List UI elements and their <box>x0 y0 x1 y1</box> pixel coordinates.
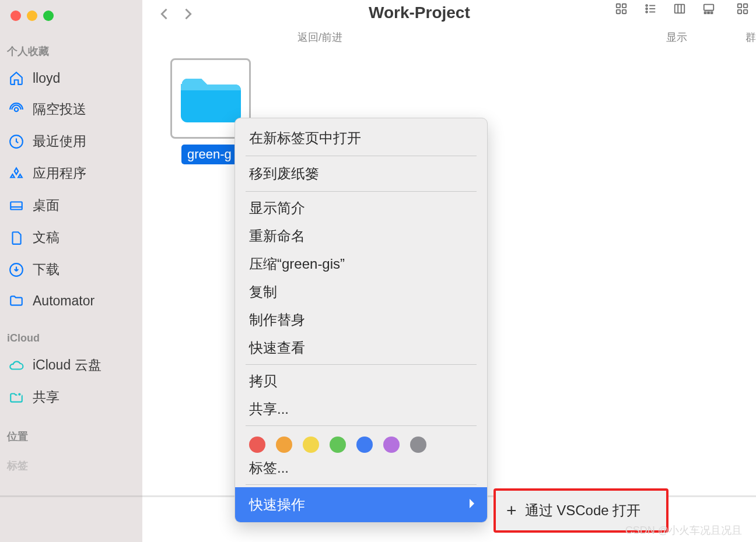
group-by-button[interactable] <box>734 2 756 17</box>
menu-quick-actions-label: 快速操作 <box>249 495 305 514</box>
sidebar-item-label: 文稿 <box>33 228 60 247</box>
window-title: Work-Project <box>369 3 470 22</box>
sidebar-item-label: iCloud 云盘 <box>33 356 102 374</box>
menu-open-new-tab[interactable]: 在新标签页中打开 <box>235 123 487 153</box>
tag-dot-orange[interactable] <box>276 437 292 453</box>
clock-icon <box>8 133 24 150</box>
sidebar-favorites-title: 个人收藏 <box>0 21 142 63</box>
menu-copy[interactable]: 拷贝 <box>235 367 487 395</box>
icon-view-button[interactable] <box>612 2 630 17</box>
submenu-open-vscode-label: 通过 VSCode 打开 <box>525 501 641 520</box>
tag-dot-gray[interactable] <box>410 437 426 453</box>
svg-point-13 <box>646 11 648 13</box>
chevron-right-icon <box>467 497 477 513</box>
plus-icon: + <box>506 501 517 520</box>
sidebar-item-airdrop[interactable]: 隔空投送 <box>0 93 142 125</box>
sidebar: 个人收藏 lloyd 隔空投送 最近使用 应用程序 桌面 文稿 <box>0 0 142 542</box>
sidebar-item-automator[interactable]: Automator <box>0 286 142 316</box>
menu-separator <box>246 191 477 192</box>
folder-icon <box>8 293 24 309</box>
menu-separator <box>246 484 477 485</box>
minimize-window-button[interactable] <box>27 10 37 21</box>
menu-move-to-trash[interactable]: 移到废纸篓 <box>235 159 487 189</box>
svg-rect-25 <box>744 10 747 13</box>
tag-dot-green[interactable] <box>330 437 346 453</box>
svg-rect-20 <box>708 12 709 14</box>
svg-rect-18 <box>704 5 714 10</box>
sidebar-icloud-title: iCloud <box>0 316 142 349</box>
group-label: 群 <box>746 30 756 44</box>
menu-quick-look[interactable]: 快速查看 <box>235 334 487 362</box>
svg-rect-23 <box>744 4 747 8</box>
sidebar-item-desktop[interactable]: 桌面 <box>0 189 142 221</box>
svg-point-0 <box>15 107 19 111</box>
menu-get-info[interactable]: 显示简介 <box>235 194 487 222</box>
sidebar-item-downloads[interactable]: 下载 <box>0 254 142 286</box>
tag-dot-blue[interactable] <box>356 437 373 453</box>
svg-rect-6 <box>622 4 626 8</box>
svg-rect-22 <box>738 4 741 8</box>
svg-rect-19 <box>705 12 706 14</box>
menu-separator <box>246 156 477 156</box>
home-icon <box>8 70 24 86</box>
airdrop-icon <box>8 101 24 118</box>
sidebar-item-label: 桌面 <box>33 196 60 214</box>
sidebar-item-icloud-drive[interactable]: iCloud 云盘 <box>0 349 142 381</box>
folder-label: green-g <box>181 145 240 164</box>
menu-duplicate[interactable]: 复制 <box>235 278 487 306</box>
desktop-icon <box>8 198 24 214</box>
downloads-icon <box>8 262 24 278</box>
sidebar-item-documents[interactable]: 文稿 <box>0 221 142 254</box>
tag-color-row <box>235 428 487 454</box>
context-menu: 在新标签页中打开 移到废纸篓 显示简介 重新命名 压缩“green-gis” 复… <box>235 118 488 523</box>
view-label: 显示 <box>666 30 687 44</box>
menu-rename[interactable]: 重新命名 <box>235 222 487 250</box>
close-window-button[interactable] <box>10 10 21 21</box>
sidebar-locations-title: 位置 <box>0 413 142 448</box>
fullscreen-window-button[interactable] <box>43 10 54 21</box>
svg-point-9 <box>646 5 648 6</box>
svg-rect-5 <box>617 4 620 8</box>
menu-tags[interactable]: 标签... <box>235 454 487 482</box>
sidebar-item-label: 下载 <box>33 261 60 279</box>
back-button[interactable] <box>156 6 173 24</box>
window-controls <box>0 5 142 21</box>
sidebar-item-label: 隔空投送 <box>33 100 86 118</box>
column-view-button[interactable] <box>671 2 688 17</box>
sidebar-item-label: 应用程序 <box>33 164 86 182</box>
menu-separator <box>246 425 477 426</box>
menu-compress[interactable]: 压缩“green-gis” <box>235 250 487 278</box>
tag-dot-yellow[interactable] <box>303 437 319 453</box>
sidebar-item-label: 共享 <box>33 388 60 406</box>
sidebar-item-label: 最近使用 <box>33 132 86 150</box>
toolbar: 返回/前进 Work-Project 显示 群 <box>142 0 756 47</box>
forward-button[interactable] <box>180 6 196 24</box>
share-folder-icon <box>8 389 24 406</box>
sidebar-item-label: Automator <box>33 293 94 309</box>
sidebar-item-shared[interactable]: 共享 <box>0 381 142 413</box>
gallery-view-button[interactable] <box>700 2 718 17</box>
list-view-button[interactable] <box>642 2 659 17</box>
cloud-icon <box>8 357 24 374</box>
svg-point-11 <box>646 8 648 10</box>
tag-dot-red[interactable] <box>249 437 265 453</box>
svg-point-4 <box>18 392 21 396</box>
view-controls <box>612 2 756 17</box>
svg-rect-24 <box>738 10 741 13</box>
svg-rect-2 <box>10 202 22 209</box>
nav-label: 返回/前进 <box>298 30 342 44</box>
sidebar-item-lloyd[interactable]: lloyd <box>0 63 142 93</box>
menu-make-alias[interactable]: 制作替身 <box>235 306 487 334</box>
apps-icon <box>8 166 24 182</box>
svg-rect-8 <box>622 10 626 13</box>
sidebar-item-applications[interactable]: 应用程序 <box>0 157 142 189</box>
sidebar-item-label: lloyd <box>33 71 60 86</box>
sidebar-item-recents[interactable]: 最近使用 <box>0 125 142 157</box>
document-icon <box>8 230 24 246</box>
menu-separator <box>246 364 477 365</box>
menu-share[interactable]: 共享... <box>235 395 487 423</box>
svg-rect-7 <box>617 10 620 13</box>
tag-dot-purple[interactable] <box>383 437 400 453</box>
menu-quick-actions[interactable]: 快速操作 <box>235 487 487 522</box>
watermark: CSDN @小火车况且况且 <box>625 523 742 537</box>
